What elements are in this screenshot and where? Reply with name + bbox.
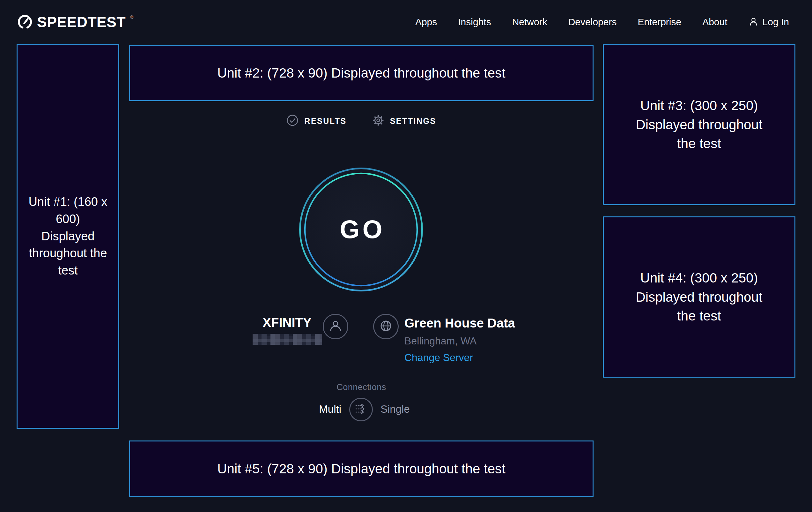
isp-user-badge <box>323 314 348 339</box>
server-globe-badge <box>373 314 399 339</box>
nav-item-apps[interactable]: Apps <box>415 17 437 27</box>
view-tabs: RESULTS <box>129 114 593 128</box>
speedtest-page: SPEEDTEST ® Apps Insights Network Develo… <box>0 0 812 512</box>
tab-settings-label: SETTINGS <box>390 116 436 126</box>
multi-arrows-icon <box>354 402 368 417</box>
login-label: Log In <box>762 17 789 27</box>
ad-unit-3-text: Unit #3: (300 x 250) Displayed throughou… <box>632 96 766 153</box>
isp-name: XFINITY <box>252 315 322 330</box>
go-button-label: GO <box>299 167 423 292</box>
nav-item-network[interactable]: Network <box>512 17 547 27</box>
tab-results[interactable]: RESULTS <box>286 114 346 128</box>
speedometer-icon <box>17 14 32 30</box>
connections-single-option[interactable]: Single <box>380 403 410 415</box>
redacted-ip-address <box>253 334 322 345</box>
connections-multi-option[interactable]: Multi <box>284 403 341 415</box>
speedtest-logo[interactable]: SPEEDTEST ® <box>17 14 133 30</box>
go-button[interactable]: GO <box>299 167 423 292</box>
check-circle-icon <box>286 114 298 128</box>
login-button[interactable]: Log In <box>749 17 789 28</box>
logo-trademark: ® <box>130 15 133 20</box>
connections-label: Connections <box>129 382 593 392</box>
tab-results-label: RESULTS <box>304 116 346 126</box>
gear-icon <box>372 114 384 128</box>
person-icon <box>749 17 758 28</box>
connections-toggle[interactable] <box>349 398 373 421</box>
ad-unit-1-text: Unit #1: (160 x 600) Displayed throughou… <box>28 193 108 279</box>
top-nav: SPEEDTEST ® Apps Insights Network Develo… <box>0 0 812 44</box>
ad-unit-4-text: Unit #4: (300 x 250) Displayed throughou… <box>632 268 766 326</box>
nav-item-about[interactable]: About <box>702 17 727 27</box>
ad-unit-2-leaderboard[interactable]: Unit #2: (728 x 90) Displayed throughout… <box>129 45 593 101</box>
ad-unit-5-leaderboard[interactable]: Unit #5: (728 x 90) Displayed throughout… <box>129 440 593 497</box>
ad-unit-3-rectangle[interactable]: Unit #3: (300 x 250) Displayed throughou… <box>603 44 795 205</box>
ad-unit-4-rectangle[interactable]: Unit #4: (300 x 250) Displayed throughou… <box>603 216 795 378</box>
ad-unit-5-text: Unit #5: (728 x 90) Displayed throughout… <box>217 459 505 479</box>
nav-item-developers[interactable]: Developers <box>568 17 617 27</box>
ad-unit-2-text: Unit #2: (728 x 90) Displayed throughout… <box>217 63 505 83</box>
globe-icon <box>379 319 393 334</box>
ad-unit-1-skyscraper[interactable]: Unit #1: (160 x 600) Displayed throughou… <box>17 44 119 429</box>
tab-settings[interactable]: SETTINGS <box>372 114 436 128</box>
nav-item-enterprise[interactable]: Enterprise <box>638 17 681 27</box>
user-icon <box>328 319 343 334</box>
change-server-link[interactable]: Change Server <box>404 352 473 363</box>
nav-item-insights[interactable]: Insights <box>458 17 491 27</box>
nav-menu: Apps Insights Network Developers Enterpr… <box>415 17 727 27</box>
server-location: Bellingham, WA <box>404 335 476 347</box>
server-name: Green House Data <box>404 316 515 330</box>
logo-wordmark: SPEEDTEST <box>37 14 126 30</box>
